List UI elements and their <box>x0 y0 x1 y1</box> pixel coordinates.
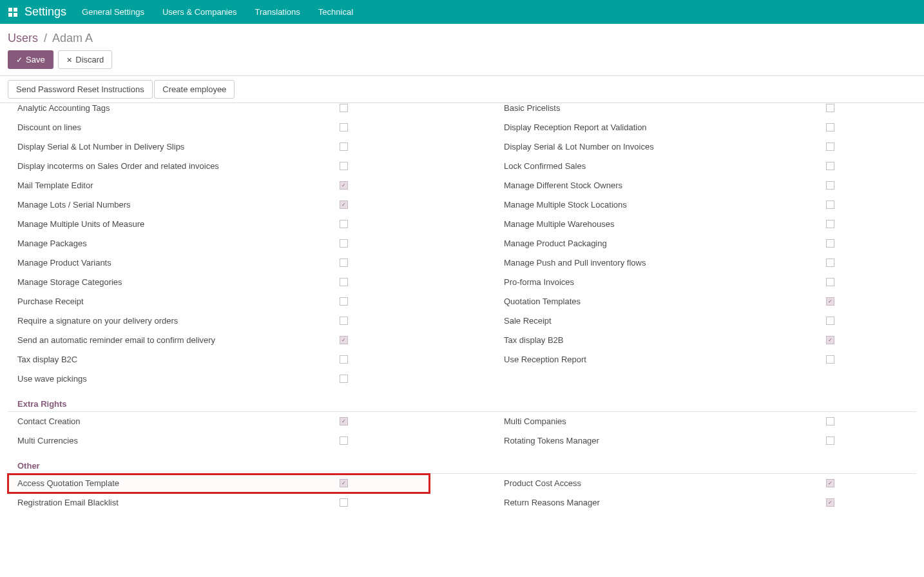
checkbox-tax-display-b2c[interactable] <box>340 355 348 364</box>
checkbox-use-reception-report[interactable] <box>826 355 834 364</box>
checkbox-tax-display-b2b[interactable]: ✓ <box>826 336 834 344</box>
perm-check-wrap <box>340 436 430 445</box>
perm-check-wrap <box>340 104 430 112</box>
checkbox-quotation-templates[interactable]: ✓ <box>826 297 834 306</box>
send-password-reset-button[interactable]: Send Password Reset Instructions <box>8 80 153 99</box>
checkbox-sale-receipt[interactable] <box>826 317 834 325</box>
checkbox-use-wave-pickings[interactable] <box>340 375 348 383</box>
checkbox-basic-pricelists[interactable] <box>826 104 834 112</box>
checkbox-analytic-accounting-tags[interactable] <box>340 104 348 112</box>
nav-general-settings[interactable]: General Settings <box>82 7 144 17</box>
perm-row-manage-push-and-pull-inventory-flows: Manage Push and Pull inventory flows <box>494 253 916 273</box>
perm-row-use-wave-pickings: Use wave pickings <box>8 369 430 389</box>
checkbox-pro-forma-invoices[interactable] <box>826 278 834 286</box>
nav-brand[interactable]: Settings <box>24 5 66 19</box>
perm-label: Return Reasons Manager <box>494 498 826 507</box>
checkbox-manage-packages[interactable] <box>340 239 348 248</box>
checkbox-discount-on-lines[interactable] <box>340 123 348 132</box>
perm-check-wrap <box>340 375 430 383</box>
checkbox-manage-product-packaging[interactable] <box>826 239 834 248</box>
perm-label: Send an automatic reminder email to conf… <box>8 335 340 345</box>
checkbox-rotating-tokens-manager[interactable] <box>826 436 834 445</box>
perm-label: Tax display B2C <box>8 355 340 364</box>
form-panel: Analytic Accounting TagsDiscount on line… <box>8 103 916 513</box>
perm-label: Use Reception Report <box>494 355 826 364</box>
perm-check-wrap: ✓ <box>340 417 430 425</box>
checkbox-send-an-automatic-reminder-email-to-confirm-delivery[interactable]: ✓ <box>340 336 348 344</box>
perm-row-manage-product-variants: Manage Product Variants <box>8 253 430 273</box>
section-extra-rights: Extra Rights <box>8 389 916 412</box>
nav-users-companies[interactable]: Users & Companies <box>162 7 237 17</box>
checkbox-access-quotation-template[interactable]: ✓ <box>340 479 348 487</box>
perm-label: Multi Companies <box>494 416 826 426</box>
checkbox-manage-push-and-pull-inventory-flows[interactable] <box>826 259 834 267</box>
perm-label: Manage Multiple Warehouses <box>494 219 826 229</box>
checkbox-display-serial-lot-number-in-delivery-slips[interactable] <box>340 142 348 151</box>
checkbox-manage-multiple-units-of-measure[interactable] <box>340 220 348 228</box>
checkbox-purchase-receipt[interactable] <box>340 297 348 306</box>
checkbox-multi-currencies[interactable] <box>340 436 348 445</box>
perm-label: Manage Multiple Stock Locations <box>494 200 826 210</box>
perm-label: Product Cost Access <box>494 478 826 488</box>
apps-icon[interactable] <box>8 7 18 17</box>
checkbox-lock-confirmed-sales[interactable] <box>826 162 834 170</box>
nav-translations[interactable]: Translations <box>255 7 300 17</box>
secondary-actions: Send Password Reset Instructions Create … <box>0 75 924 103</box>
perm-check-wrap <box>826 200 916 209</box>
perm-check-wrap <box>826 417 916 425</box>
perm-row-analytic-accounting-tags: Analytic Accounting Tags <box>8 103 430 118</box>
perm-row-manage-storage-categories: Manage Storage Categories <box>8 273 430 292</box>
perm-check-wrap: ✓ <box>340 200 430 209</box>
perm-row-registration-email-blacklist: Registration Email Blacklist <box>8 493 430 513</box>
save-button[interactable]: Save <box>8 50 53 69</box>
perm-row-pro-forma-invoices: Pro-forma Invoices <box>494 273 916 292</box>
checkbox-manage-multiple-stock-locations[interactable] <box>826 200 834 209</box>
checkbox-mail-template-editor[interactable]: ✓ <box>340 181 348 190</box>
perm-check-wrap: ✓ <box>340 336 430 344</box>
perm-row-manage-packages: Manage Packages <box>8 234 430 253</box>
nav-technical[interactable]: Technical <box>318 7 353 17</box>
checkbox-return-reasons-manager[interactable]: ✓ <box>826 498 834 507</box>
perm-check-wrap: ✓ <box>826 297 916 306</box>
checkbox-product-cost-access[interactable]: ✓ <box>826 479 834 487</box>
checkbox-display-serial-lot-number-on-invoices[interactable] <box>826 142 834 151</box>
checkbox-require-a-signature-on-your-delivery-orders[interactable] <box>340 317 348 325</box>
perm-row-display-serial-lot-number-in-delivery-slips: Display Serial & Lot Number in Delivery … <box>8 137 430 157</box>
perm-label: Manage Product Variants <box>8 258 340 268</box>
perm-row-basic-pricelists: Basic Pricelists <box>494 103 916 118</box>
checkbox-manage-different-stock-owners[interactable] <box>826 181 834 190</box>
checkbox-contact-creation[interactable]: ✓ <box>340 417 348 425</box>
checkbox-manage-lots-serial-numbers[interactable]: ✓ <box>340 200 348 209</box>
perm-row-manage-different-stock-owners: Manage Different Stock Owners <box>494 176 916 195</box>
perm-check-wrap <box>826 278 916 286</box>
discard-button[interactable]: Discard <box>58 50 112 69</box>
perm-check-wrap <box>826 436 916 445</box>
perm-check-wrap: ✓ <box>340 181 430 190</box>
checkbox-multi-companies[interactable] <box>826 417 834 425</box>
checkbox-display-reception-report-at-validation[interactable] <box>826 123 834 132</box>
create-employee-button[interactable]: Create employee <box>154 80 235 99</box>
save-label: Save <box>26 55 45 64</box>
perm-check-wrap <box>826 220 916 228</box>
checkbox-display-incoterms-on-sales-order-and-related-invoices[interactable] <box>340 162 348 170</box>
perm-col-right-extra: Multi CompaniesRotating Tokens Manager <box>494 412 916 451</box>
perm-row-send-an-automatic-reminder-email-to-confirm-delivery: Send an automatic reminder email to conf… <box>8 331 430 350</box>
perm-check-wrap <box>826 239 916 248</box>
breadcrumb-current: Adam A <box>52 32 93 44</box>
perm-label: Contact Creation <box>8 416 340 426</box>
perm-col-right-other: Product Cost Access✓Return Reasons Manag… <box>494 474 916 513</box>
perm-label: Sale Receipt <box>494 316 826 326</box>
perm-check-wrap <box>340 317 430 325</box>
perm-label: Display Serial & Lot Number in Delivery … <box>8 142 340 152</box>
checkbox-manage-storage-categories[interactable] <box>340 278 348 286</box>
checkbox-manage-product-variants[interactable] <box>340 259 348 267</box>
checkbox-manage-multiple-warehouses[interactable] <box>826 220 834 228</box>
perm-check-wrap <box>340 123 430 132</box>
perm-check-wrap <box>826 181 916 190</box>
breadcrumb: Users / Adam A <box>8 32 916 45</box>
perm-label: Multi Currencies <box>8 436 340 445</box>
breadcrumb-users-link[interactable]: Users <box>8 32 38 44</box>
perm-label: Manage Different Stock Owners <box>494 181 826 190</box>
perm-row-multi-companies: Multi Companies <box>494 412 916 431</box>
checkbox-registration-email-blacklist[interactable] <box>340 498 348 507</box>
